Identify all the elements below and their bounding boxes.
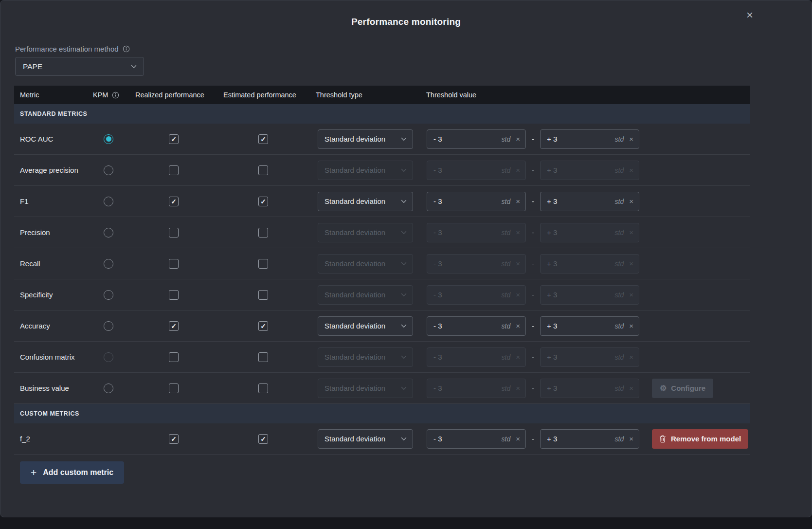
threshold-value-text: + 3 bbox=[547, 353, 557, 361]
remove-button-label: Remove from model bbox=[671, 435, 741, 443]
threshold-type-value: Standard deviation bbox=[325, 322, 385, 330]
estimated-performance-checkbox[interactable] bbox=[258, 383, 268, 393]
clear-icon[interactable]: × bbox=[629, 322, 633, 329]
threshold-type-select: Standard deviation bbox=[318, 161, 413, 180]
kpm-radio[interactable] bbox=[104, 259, 113, 269]
clear-icon[interactable]: × bbox=[629, 198, 633, 205]
kpm-radio[interactable] bbox=[104, 197, 113, 206]
realized-performance-checkbox[interactable]: ✓ bbox=[169, 134, 179, 144]
configure-button[interactable]: ⚙Configure bbox=[652, 379, 713, 398]
clear-icon[interactable]: × bbox=[516, 435, 520, 442]
check-icon: ✓ bbox=[260, 136, 266, 143]
threshold-type-value: Standard deviation bbox=[325, 197, 385, 205]
threshold-type-select[interactable]: Standard deviation bbox=[318, 316, 413, 336]
clear-icon: × bbox=[629, 260, 633, 267]
threshold-lower-input[interactable]: - 3std× bbox=[427, 129, 526, 149]
threshold-type-value: Standard deviation bbox=[325, 291, 385, 299]
kpm-radio[interactable] bbox=[104, 165, 113, 175]
info-icon[interactable] bbox=[112, 91, 119, 99]
realized-performance-checkbox[interactable]: ✓ bbox=[169, 321, 179, 331]
range-separator: - bbox=[532, 166, 534, 174]
estimated-performance-checkbox[interactable]: ✓ bbox=[258, 321, 268, 331]
clear-icon[interactable]: × bbox=[516, 198, 520, 205]
check-icon: ✓ bbox=[260, 198, 266, 205]
threshold-value-text: - 3 bbox=[433, 197, 442, 205]
threshold-value-text: - 3 bbox=[433, 384, 442, 392]
realized-performance-checkbox[interactable] bbox=[169, 228, 179, 237]
realized-performance-checkbox[interactable] bbox=[169, 352, 179, 362]
estimated-performance-checkbox[interactable] bbox=[258, 228, 268, 237]
threshold-lower-input[interactable]: - 3std× bbox=[427, 429, 526, 449]
threshold-type-select[interactable]: Standard deviation bbox=[318, 429, 413, 449]
kpm-radio[interactable] bbox=[104, 228, 113, 237]
chevron-down-icon bbox=[131, 65, 137, 69]
threshold-type-value: Standard deviation bbox=[325, 135, 385, 143]
unit-suffix: std bbox=[615, 353, 624, 361]
remove-from-model-button[interactable]: Remove from model bbox=[652, 429, 748, 449]
check-icon: ✓ bbox=[171, 436, 177, 442]
add-custom-metric-button[interactable]: + Add custom metric bbox=[20, 461, 124, 484]
range-separator: - bbox=[532, 259, 534, 268]
estimated-performance-checkbox[interactable] bbox=[258, 290, 268, 300]
threshold-type-select: Standard deviation bbox=[318, 223, 413, 242]
section-header-label: CUSTOM METRICS bbox=[20, 410, 79, 417]
estimated-performance-checkbox[interactable] bbox=[258, 165, 268, 175]
kpm-radio[interactable] bbox=[104, 383, 113, 393]
threshold-type-select: Standard deviation bbox=[318, 254, 413, 274]
col-threshold-value-label: Threshold value bbox=[426, 91, 476, 99]
unit-suffix: std bbox=[502, 229, 511, 237]
estimated-performance-checkbox[interactable] bbox=[258, 352, 268, 362]
realized-performance-checkbox[interactable]: ✓ bbox=[169, 434, 179, 444]
section-header-label: STANDARD METRICS bbox=[20, 110, 88, 117]
threshold-lower-input[interactable]: - 3std× bbox=[427, 192, 526, 211]
clear-icon[interactable]: × bbox=[629, 135, 633, 143]
kpm-radio[interactable] bbox=[104, 134, 113, 144]
threshold-upper-input[interactable]: + 3std× bbox=[540, 316, 639, 336]
clear-icon[interactable]: × bbox=[516, 322, 520, 329]
chevron-down-icon bbox=[401, 168, 407, 172]
realized-performance-checkbox[interactable] bbox=[169, 259, 179, 269]
estimated-performance-checkbox[interactable]: ✓ bbox=[258, 134, 268, 144]
unit-suffix: std bbox=[502, 322, 511, 330]
kpm-radio[interactable] bbox=[104, 321, 113, 331]
col-kpm-label: KPM bbox=[93, 91, 108, 99]
threshold-upper-input[interactable]: + 3std× bbox=[540, 192, 639, 211]
threshold-value-text: + 3 bbox=[547, 384, 557, 392]
modal-title: Performance monitoring bbox=[0, 0, 812, 27]
kpm-radio[interactable] bbox=[104, 290, 113, 300]
threshold-upper-input[interactable]: + 3std× bbox=[540, 429, 639, 449]
threshold-lower-input: - 3std× bbox=[427, 285, 526, 305]
clear-icon: × bbox=[516, 353, 520, 361]
realized-performance-checkbox[interactable] bbox=[169, 383, 179, 393]
threshold-upper-input: + 3std× bbox=[540, 254, 639, 274]
realized-performance-checkbox[interactable]: ✓ bbox=[169, 197, 179, 206]
metric-name: Recall bbox=[20, 259, 40, 268]
threshold-upper-input[interactable]: + 3std× bbox=[540, 129, 639, 149]
estimated-performance-checkbox[interactable]: ✓ bbox=[258, 434, 268, 444]
chevron-down-icon bbox=[401, 324, 407, 328]
threshold-lower-input[interactable]: - 3std× bbox=[427, 316, 526, 336]
estimation-method-select[interactable]: PAPE bbox=[15, 57, 144, 76]
estimated-performance-checkbox[interactable]: ✓ bbox=[258, 197, 268, 206]
section-header: STANDARD METRICS bbox=[14, 104, 750, 124]
clear-icon: × bbox=[629, 384, 633, 392]
clear-icon[interactable]: × bbox=[516, 135, 520, 143]
unit-suffix: std bbox=[615, 291, 624, 299]
clear-icon[interactable]: × bbox=[629, 435, 633, 442]
unit-suffix: std bbox=[615, 435, 624, 443]
chevron-down-icon bbox=[401, 355, 407, 359]
threshold-value-text: + 3 bbox=[547, 259, 557, 268]
threshold-type-select[interactable]: Standard deviation bbox=[318, 129, 413, 149]
threshold-type-select[interactable]: Standard deviation bbox=[318, 192, 413, 211]
info-icon[interactable] bbox=[123, 45, 130, 53]
realized-performance-checkbox[interactable] bbox=[169, 165, 179, 175]
threshold-type-value: Standard deviation bbox=[325, 259, 385, 268]
section-header: CUSTOM METRICS bbox=[14, 404, 750, 423]
close-button[interactable]: × bbox=[742, 7, 758, 23]
clear-icon: × bbox=[629, 229, 633, 236]
col-threshold-type-label: Threshold type bbox=[316, 91, 362, 99]
threshold-upper-input: + 3std× bbox=[540, 285, 639, 305]
estimated-performance-checkbox[interactable] bbox=[258, 259, 268, 269]
metric-row: SpecificityStandard deviation- 3std×-+ 3… bbox=[14, 279, 750, 310]
realized-performance-checkbox[interactable] bbox=[169, 290, 179, 300]
